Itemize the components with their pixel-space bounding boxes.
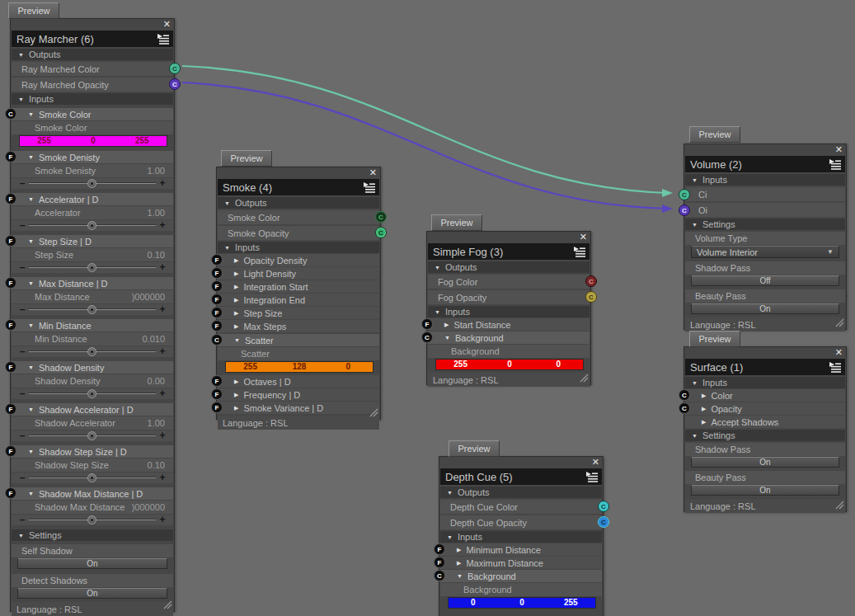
slider-minus-icon[interactable]: – (18, 388, 26, 399)
output-port-color[interactable]: C (375, 211, 387, 223)
slider-minus-icon[interactable]: – (18, 220, 26, 231)
input-port[interactable]: F (211, 254, 223, 266)
input-port[interactable]: C (679, 402, 690, 414)
color-swatch[interactable]: 2551280 (225, 361, 373, 373)
input-port[interactable]: F (5, 445, 16, 457)
input-row[interactable]: F▶Integration Start (218, 280, 379, 293)
script-icon[interactable] (829, 159, 842, 170)
input-row[interactable]: F▶Start Distance (428, 318, 590, 331)
expand-triangle-icon[interactable]: ▶ (702, 406, 706, 412)
input-port[interactable]: F (211, 267, 223, 279)
slider-track[interactable] (29, 346, 156, 357)
input-port[interactable]: F (5, 403, 16, 415)
slider-minus-icon[interactable]: – (18, 473, 26, 483)
slider-plus-icon[interactable]: + (158, 304, 167, 315)
collapse-triangle-icon[interactable]: ▼ (18, 533, 24, 538)
expand-triangle-icon[interactable]: ▶ (702, 419, 706, 426)
input-port[interactable]: F (211, 402, 223, 413)
output-port-opacity[interactable]: C (375, 227, 387, 238)
input-row[interactable]: F▶Light Density (218, 267, 379, 280)
parameter-value[interactable]: 0.10 (148, 460, 165, 470)
input-group[interactable]: F▼Accelerator | D (12, 193, 173, 205)
collapse-triangle-icon[interactable]: ▼ (28, 238, 34, 244)
toggle-button-beauty-pass[interactable]: On (691, 485, 839, 496)
slider-track[interactable] (29, 430, 156, 441)
expand-triangle-icon[interactable]: ▶ (234, 392, 238, 398)
toggle-button-detect-shadows[interactable]: On (17, 588, 167, 599)
slider-track[interactable] (29, 515, 156, 525)
collapse-triangle-icon[interactable]: ▼ (435, 265, 440, 270)
preview-button-surface[interactable]: Preview (689, 331, 740, 347)
slider-plus-icon[interactable]: + (158, 346, 167, 357)
slider-handle[interactable] (87, 431, 96, 440)
collapse-triangle-icon[interactable]: ▼ (234, 337, 240, 343)
section-inputs[interactable]: ▼Inputs (685, 377, 845, 388)
collapse-triangle-icon[interactable]: ▼ (457, 573, 463, 579)
input-row[interactable]: ▶Accept Shadows (685, 416, 845, 428)
expand-triangle-icon[interactable]: ▶ (457, 560, 461, 567)
input-row[interactable]: F▶Max Steps (218, 320, 379, 332)
color-swatch[interactable]: 25500 (435, 359, 584, 370)
section-outputs[interactable]: ▼Outputs (428, 261, 590, 273)
input-group[interactable]: F▼Smoke Denisty (12, 151, 173, 163)
output-port-color[interactable]: C (585, 275, 597, 287)
resize-grip[interactable] (579, 373, 589, 383)
slider-minus-icon[interactable]: – (18, 178, 26, 189)
expand-triangle-icon[interactable]: ▶ (234, 257, 238, 264)
resize-grip[interactable] (834, 317, 844, 327)
expand-triangle-icon[interactable]: ▶ (234, 310, 238, 317)
input-group-background[interactable]: C▼Background (440, 570, 602, 582)
slider-track[interactable] (29, 304, 156, 315)
collapse-triangle-icon[interactable]: ▼ (224, 200, 230, 206)
slider-plus-icon[interactable]: + (158, 515, 167, 525)
collapse-triangle-icon[interactable]: ▼ (447, 490, 453, 496)
input-port-ci[interactable]: C (679, 189, 690, 200)
input-group-scatter[interactable]: C▼Scatter (218, 334, 379, 346)
input-port[interactable]: F (5, 151, 16, 162)
expand-triangle-icon[interactable]: ▶ (234, 297, 238, 303)
collapse-triangle-icon[interactable]: ▼ (28, 364, 34, 370)
collapse-triangle-icon[interactable]: ▼ (28, 196, 34, 202)
input-group-background[interactable]: C▼Background (428, 332, 590, 344)
input-group[interactable]: F▼Shadow Step Size | D (12, 445, 173, 458)
input-row[interactable]: F▶Octaves | D (218, 375, 379, 388)
slider-handle[interactable] (87, 305, 96, 314)
parameter-value[interactable]: 1.00 (148, 418, 165, 428)
output-port-opacity[interactable]: C (598, 516, 609, 528)
section-inputs[interactable]: ▼Inputs (428, 306, 590, 317)
slider-track[interactable] (29, 262, 156, 273)
input-port[interactable]: F (421, 318, 433, 330)
preview-button-smoke[interactable]: Preview (221, 150, 272, 167)
slider-plus-icon[interactable]: + (158, 473, 167, 483)
close-icon[interactable]: ✕ (835, 346, 843, 358)
close-icon[interactable]: ✕ (835, 143, 843, 155)
parameter-value[interactable]: )000000 (132, 292, 165, 302)
output-port-color[interactable]: C (169, 63, 181, 74)
input-row[interactable]: F▶Step Size (218, 307, 379, 319)
input-port[interactable]: F (211, 294, 223, 305)
input-port[interactable]: F (211, 280, 223, 292)
close-icon[interactable]: ✕ (369, 167, 377, 178)
input-port-oi[interactable]: C (679, 205, 690, 216)
expand-triangle-icon[interactable]: ▶ (234, 270, 238, 277)
input-row[interactable]: F▶Maximum Distance (440, 557, 602, 569)
output-port-color[interactable]: C (598, 501, 609, 512)
slider-minus-icon[interactable]: – (18, 304, 26, 315)
output-port-opacity[interactable]: C (585, 291, 597, 303)
toggle-button-shadow-pass[interactable]: Off (691, 275, 839, 286)
input-port[interactable]: C (211, 334, 223, 346)
input-row[interactable]: C▶Opacity (685, 402, 845, 415)
expand-triangle-icon[interactable]: ▶ (234, 323, 238, 330)
volume-type-dropdown[interactable]: Volume Interior▼ (691, 246, 839, 258)
slider[interactable]: –+ (12, 220, 173, 231)
input-port[interactable]: F (5, 277, 16, 289)
section-settings[interactable]: ▼Settings (685, 430, 845, 441)
node-title-bar[interactable]: Smoke (4) (218, 179, 379, 195)
script-icon[interactable] (157, 34, 170, 45)
input-group[interactable]: F▼Shadow Max Distance | D (12, 487, 173, 500)
input-port[interactable]: F (5, 361, 16, 373)
input-port[interactable]: C (434, 570, 445, 581)
input-row[interactable]: F▶Minimum Distance (440, 543, 602, 556)
script-icon[interactable] (573, 247, 586, 257)
script-icon[interactable] (829, 362, 842, 373)
